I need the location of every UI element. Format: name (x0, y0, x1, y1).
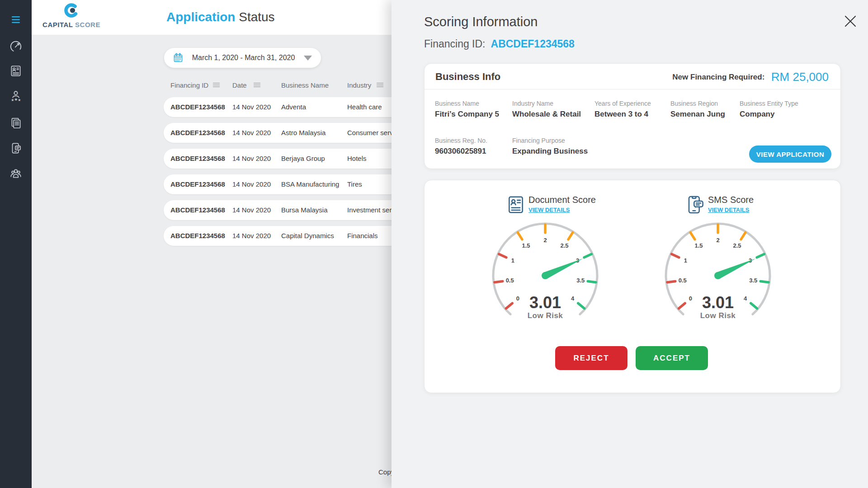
document-score-title: Document Score (528, 195, 596, 205)
hamburger-icon (11, 16, 20, 23)
business-info-card: Business Info New Financing Required: RM… (424, 63, 841, 169)
field-financing-purpose: Financing Purpose Expanding Business (512, 137, 588, 156)
svg-text:1: 1 (511, 257, 514, 264)
svg-text:1.5: 1.5 (695, 242, 703, 249)
id-card-icon (9, 64, 23, 78)
cell-date: 14 Nov 2020 (232, 226, 271, 246)
svg-text:★: ★ (14, 97, 18, 102)
sms-score-value: 3.01 (673, 293, 763, 312)
new-financing-label: New Financing Required: (672, 73, 764, 81)
view-application-button[interactable]: VIEW APPLICATION (749, 145, 831, 163)
documents-icon (9, 116, 23, 130)
calendar-icon (173, 53, 183, 63)
svg-text:2.5: 2.5 (560, 242, 568, 249)
logo-text: CAPITAL SCORE (41, 21, 102, 28)
svg-text:0.5: 0.5 (679, 277, 687, 284)
sidebar-item-documents[interactable] (0, 115, 32, 131)
svg-text:2.5: 2.5 (733, 242, 741, 249)
cell-date: 14 Nov 2020 (232, 174, 271, 194)
svg-text:3.5: 3.5 (576, 277, 585, 284)
field-business-reg-no: Business Reg. No. 960306025891 (435, 137, 487, 156)
financing-id-line: Financing ID:ABCDEF1234568 (424, 38, 575, 50)
date-range-picker[interactable]: March 1, 2020 - March 31, 2020 (164, 48, 321, 68)
column-financing-id: Financing ID (170, 81, 208, 89)
cell-financing-id: ABCDEF1234568 (170, 123, 225, 143)
sms-score-view-details-link[interactable]: VIEW DETAILS (708, 206, 749, 213)
sort-icon-industry[interactable] (376, 81, 384, 89)
scores-card: Document Score VIEW DETAILS SMS Score VI… (424, 180, 841, 393)
svg-text:0.5: 0.5 (506, 277, 514, 284)
document-score-icon (507, 195, 525, 216)
cell-industry: Tires (347, 174, 362, 194)
field-entity-type: Business Entity Type Company (740, 100, 798, 119)
cell-date: 14 Nov 2020 (232, 200, 271, 220)
svg-text:1.5: 1.5 (522, 242, 530, 249)
financing-id-label: Financing ID: (424, 38, 486, 50)
cell-date: 14 Nov 2020 (232, 97, 271, 117)
cell-business-name: Berjaya Group (281, 149, 325, 169)
cell-business-name: Capital Dynamics (281, 226, 334, 246)
business-info-header: Business Info New Financing Required: RM… (425, 64, 840, 89)
page-title: Application Status (166, 10, 275, 24)
reject-button[interactable]: REJECT (555, 346, 627, 370)
cell-industry: Hotels (347, 149, 367, 169)
cell-financing-id: ABCDEF1234568 (170, 200, 225, 220)
svg-text:1: 1 (684, 257, 687, 264)
capital-score-logo[interactable]: CAPITAL SCORE (41, 2, 102, 28)
logo-c-mark (61, 2, 81, 20)
close-icon (841, 12, 859, 30)
cell-business-name: Astro Malaysia (281, 123, 326, 143)
svg-text:★: ★ (18, 98, 21, 102)
scoring-information-panel: Scoring Information Financing ID:ABCDEF1… (392, 0, 868, 488)
sidebar-item-sms[interactable] (0, 141, 32, 156)
cell-date: 14 Nov 2020 (232, 149, 271, 169)
business-info-title: Business Info (435, 71, 500, 83)
financing-id-value: ABCDEF1234568 (491, 38, 575, 50)
cell-business-name: BSA Manufacturing (281, 174, 339, 194)
field-business-region: Business Region Semenan Jung (670, 100, 725, 119)
cell-business-name: Bursa Malaysia (281, 200, 328, 220)
sms-score-risk-label: Low Risk (673, 311, 763, 320)
person-rating-icon: ★ ★ ★ (9, 89, 23, 103)
svg-text:2: 2 (543, 237, 547, 244)
column-business-name: Business Name (281, 81, 329, 89)
sidebar-nav: ★ ★ ★ (0, 0, 32, 488)
svg-text:3.5: 3.5 (749, 277, 757, 284)
document-score-value: 3.01 (500, 293, 590, 312)
new-financing-required: New Financing Required: RM 25,000 (672, 70, 829, 84)
panel-title: Scoring Information (424, 14, 538, 29)
cell-financing-id: ABCDEF1234568 (170, 149, 225, 169)
date-range-value: March 1, 2020 - March 31, 2020 (183, 54, 304, 62)
cell-financing-id: ABCDEF1234568 (170, 174, 225, 194)
chevron-down-icon (304, 56, 312, 61)
menu-toggle-button[interactable] (0, 12, 32, 27)
people-group-icon (9, 167, 23, 180)
cell-industry: Health care (347, 97, 382, 117)
close-panel-button[interactable] (840, 11, 861, 32)
phone-message-icon (9, 141, 23, 155)
cell-financing-id: ABCDEF1234568 (170, 97, 225, 117)
sort-icon-financing-id[interactable] (212, 81, 220, 89)
cell-financing-id: ABCDEF1234568 (170, 226, 225, 246)
new-financing-value: RM 25,000 (771, 70, 829, 84)
column-date: Date (232, 81, 247, 89)
field-business-name: Business Name Fitri’s Company 5 (435, 100, 499, 119)
document-score-risk-label: Low Risk (500, 311, 590, 320)
application-status-screen: CAPITAL SCORE Application Status (0, 0, 868, 488)
cell-industry: Financials (347, 226, 378, 246)
sort-icon-date[interactable] (253, 81, 261, 89)
document-score-view-details-link[interactable]: VIEW DETAILS (528, 206, 570, 213)
sidebar-item-dashboard[interactable] (0, 39, 32, 54)
svg-text:2: 2 (716, 237, 719, 244)
sms-score-title: SMS Score (708, 195, 754, 205)
speedometer-icon (9, 40, 23, 53)
sidebar-item-scoring[interactable]: ★ ★ ★ (0, 88, 32, 103)
sidebar-item-customers[interactable] (0, 166, 32, 181)
sms-score-icon (686, 195, 704, 216)
cell-date: 14 Nov 2020 (232, 123, 271, 143)
column-industry: Industry (347, 81, 371, 89)
field-years-experience: Years of Experience Between 3 to 4 (594, 100, 651, 119)
sidebar-item-applications[interactable] (0, 63, 32, 79)
accept-button[interactable]: ACCEPT (636, 346, 708, 370)
cell-business-name: Adventa (281, 97, 306, 117)
